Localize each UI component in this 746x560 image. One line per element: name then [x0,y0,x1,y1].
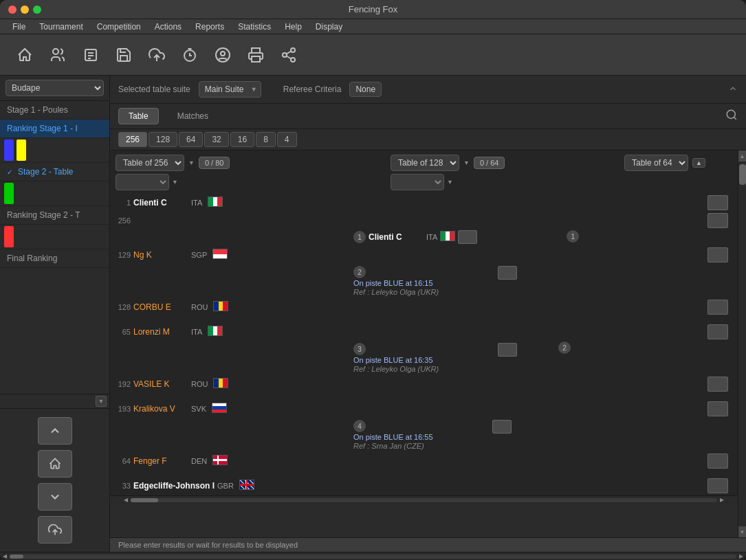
tabs-bar: Table Matches [110,104,746,129]
suite-select-wrapper[interactable]: Main Suite ▼ [199,81,261,98]
list-icon[interactable] [77,41,105,69]
round-tab-8[interactable]: 8 [256,132,276,147]
col128-score-3[interactable] [498,343,517,357]
toolbar [0,34,746,76]
col128-score-2[interactable] [498,266,517,280]
score-box-64[interactable] [707,453,728,469]
close-button[interactable] [8,5,17,14]
tournament-select[interactable]: Budape [6,80,104,96]
svg-point-11 [283,53,287,57]
sidebar-home-button[interactable] [38,450,72,478]
sidebar-item-stage2[interactable]: ✓ Stage 2 - Table [0,163,109,181]
score-256: 0 / 80 [199,157,230,169]
round-tab-32[interactable]: 32 [204,132,228,147]
match4-ref: Ref : Srna Jan (CZE) [353,442,433,450]
home-icon[interactable] [11,41,39,69]
score-box-193[interactable] [707,401,728,416]
score-box-1[interactable] [707,195,728,210]
bottom-scroll-left[interactable]: ◀ [3,553,7,559]
scroll-top-btn[interactable] [728,84,738,96]
flag-rou-2 [213,378,228,390]
table128-select[interactable]: Table of 128 [391,155,459,171]
print-icon[interactable] [242,41,270,69]
sidebar-item-ranking1[interactable]: Ranking Stage 1 - I [0,120,109,138]
col128-sub-select[interactable] [391,174,444,190]
flag-ita-2 [208,326,223,338]
menu-actions[interactable]: Actions [148,21,188,33]
bracket-scroll-area[interactable]: Table of 256 ▼ 0 / 80 ▼ [110,150,738,537]
score-box-33[interactable] [707,478,728,493]
col128-score-4[interactable] [492,420,512,434]
minimize-button[interactable] [21,5,29,14]
round-tab-128[interactable]: 128 [149,132,177,147]
score-box-128[interactable] [707,300,728,315]
match2-ref: Ref : Leleyko Olga (UKR) [353,288,439,296]
flag-rou-1 [213,301,228,313]
sidebar-upload-button[interactable] [38,516,72,544]
round-tab-256[interactable]: 256 [118,132,147,147]
menu-tournament[interactable]: Tournament [32,21,89,33]
country-1: ITA [191,199,202,207]
round-tab-4[interactable]: 4 [277,132,297,147]
menu-display[interactable]: Display [309,21,349,33]
bottom-scroll-thumb[interactable] [10,555,23,559]
sidebar-dropdown[interactable]: Budape [0,76,109,101]
round64-badge-2: 2 [558,341,571,354]
sidebar: Budape Stage 1 - Poules Ranking Stage 1 … [0,76,110,552]
score-box-256[interactable] [707,213,728,228]
tab-matches[interactable]: Matches [167,108,219,124]
sidebar-item-final[interactable]: Final Ranking [0,249,109,268]
sidebar-label-poules: Stage 1 - Poules [7,105,68,115]
score-box-192[interactable] [707,377,728,392]
sidebar-collapse-btn[interactable]: ▼ [96,396,107,407]
result-score-1[interactable] [458,230,477,244]
match3-piste: On piste BLUE at 16:35 [353,356,439,364]
scroll-right-btn[interactable]: ▶ [717,497,727,503]
menu-reports[interactable]: Reports [188,21,231,33]
sidebar-item-ranking2[interactable]: Ranking Stage 2 - T [0,206,109,225]
scroll-thumb-v[interactable] [739,164,746,185]
fencer-row-64: 64 Fenger F DEN [116,451,732,471]
search-icon[interactable] [725,109,738,124]
col256-sub-select[interactable] [116,174,169,190]
suite-label: Selected table suite [118,85,190,94]
timer-icon[interactable] [176,41,204,69]
bottom-scrollbar[interactable]: ◀ ▶ [0,552,746,560]
sidebar-item-poules[interactable]: Stage 1 - Poules [0,101,109,120]
scroll-thumb[interactable] [131,498,158,502]
table64-select[interactable]: Table of 64 [624,155,688,171]
save-icon[interactable] [110,41,138,69]
menu-help[interactable]: Help [278,21,309,33]
sidebar-down-button[interactable] [38,483,72,511]
menu-statistics[interactable]: Statistics [231,21,278,33]
flag-den-1 [212,455,228,467]
sidebar-up-button[interactable] [38,417,72,445]
scroll-track[interactable] [131,498,717,502]
scroll-left-btn[interactable]: ◀ [121,497,131,503]
col-128-header: Table of 128 ▼ 0 / 64 ▼ [391,155,611,190]
table256-select[interactable]: Table of 256 [116,155,184,171]
users-icon[interactable] [44,41,72,69]
cloud-upload-icon[interactable] [143,41,171,69]
share-icon[interactable] [275,41,303,69]
score-box-65[interactable] [707,324,728,339]
round-tab-16[interactable]: 16 [230,132,254,147]
scroll-down-btn[interactable]: ▼ [738,526,746,537]
sidebar-label-ranking2: Ranking Stage 2 - T [7,210,80,220]
referee-select[interactable]: None [349,82,382,97]
score-box-129[interactable] [707,247,728,262]
vertical-scrollbar[interactable]: ▲ ▼ [738,150,746,537]
round-tab-64[interactable]: 64 [179,132,203,147]
maximize-button[interactable] [33,5,41,14]
svg-line-13 [287,56,292,58]
suite-select[interactable]: Main Suite [199,81,261,98]
menu-file[interactable]: File [6,21,32,33]
bottom-scroll-right[interactable]: ▶ [739,553,743,559]
user-circle-icon[interactable] [209,41,237,69]
scroll-up-btn[interactable]: ▲ [738,150,746,161]
menu-competition[interactable]: Competition [90,21,148,33]
bottom-scroll-track[interactable] [10,555,736,559]
horizontal-scrollbar[interactable]: ◀ ▶ [110,495,738,504]
col64-scroll-up[interactable]: ▲ [692,158,705,168]
tab-table[interactable]: Table [118,108,159,124]
